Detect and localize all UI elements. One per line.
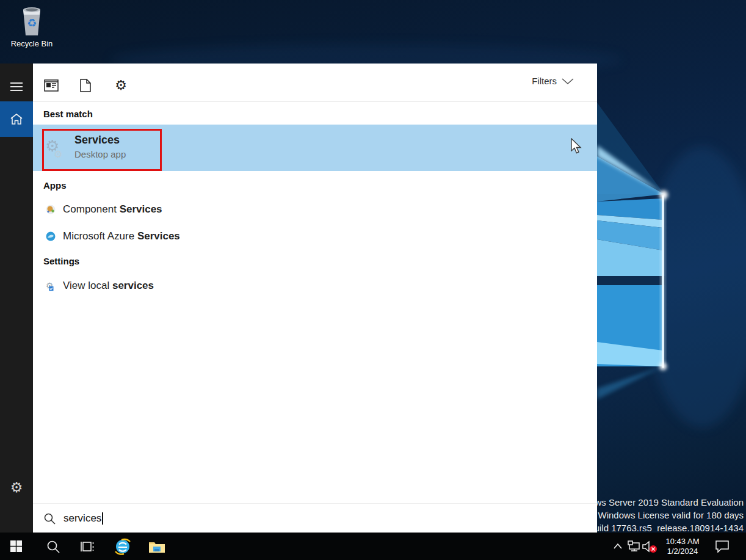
task-view-button[interactable] [74,533,100,560]
search-panel-sidebar: ⚙ [0,64,33,533]
apps-filter-button[interactable] [43,78,59,93]
recycle-bin-shortcut[interactable]: ♻ Recycle Bin [9,5,55,48]
result-label: Component Services [63,203,162,216]
file-explorer-button[interactable] [144,533,170,560]
ethernet-network-icon [628,540,640,552]
best-match-subtitle: Desktop app [74,148,126,161]
result-microsoft-azure-services[interactable]: Microsoft Azure Services [33,224,597,249]
action-center-icon [715,540,730,553]
result-services-best-match[interactable]: ⚙ ⚙ Services Desktop app [33,125,597,171]
task-view-icon [80,540,95,553]
search-panel-content: ⚙ Filters Best match ⚙ [33,64,597,533]
home-icon [10,113,23,125]
start-search-panel: ⚙ [0,64,597,533]
file-explorer-icon [148,540,165,553]
services-gears-icon: ⚙ ⚙ [44,136,66,160]
gear-icon: ⚙ [10,479,23,496]
result-component-services[interactable]: Component Services [33,197,597,222]
result-view-local-services[interactable]: ⚙ View local services [33,273,597,299]
svg-text:⚙: ⚙ [54,149,62,159]
desktop: ♻ Recycle Bin Windows Server 2019 Standa… [0,0,746,560]
settings-header: Settings [43,256,79,266]
tray-network-button[interactable] [626,533,641,560]
filters-label: Filters [532,76,557,86]
sidebar-item-settings[interactable]: ⚙ [0,474,33,501]
clock-time: 10:43 AM [666,537,700,547]
text-caret [102,512,103,525]
recycle-bin-label: Recycle Bin [9,39,55,48]
chevron-down-icon [562,78,574,84]
apps-header: Apps [43,180,67,191]
hamburger-icon [10,82,23,91]
gear-icon: ⚙ [115,78,127,93]
document-icon [80,79,91,92]
tray-volume-button[interactable] [641,533,659,560]
taskbar: 10:43 AM 1/2/2024 [0,533,746,560]
taskbar-search-button[interactable] [40,533,66,560]
apps-filter-icon [44,79,59,92]
windows-logo-icon [10,540,22,552]
internet-explorer-button[interactable] [110,533,136,560]
chevron-up-icon [614,544,622,549]
azure-services-icon [45,231,56,242]
best-match-header: Best match [43,109,93,119]
search-query-text: services [63,512,101,525]
search-filter-bar: ⚙ Filters [33,64,597,102]
best-match-title: Services [74,132,126,148]
sidebar-item-home[interactable] [0,101,33,137]
component-services-icon [45,204,56,215]
tray-clock[interactable]: 10:43 AM 1/2/2024 [661,533,704,560]
search-icon [46,540,60,553]
documents-filter-button[interactable] [78,78,93,93]
best-match-texts: Services Desktop app [74,132,126,161]
tray-show-hidden-icons-button[interactable] [610,533,625,560]
result-label: Microsoft Azure Services [63,230,180,242]
settings-filter-button[interactable]: ⚙ [113,78,129,93]
menu-button[interactable] [0,75,33,99]
volume-muted-icon [642,539,659,554]
search-results: Best match ⚙ ⚙ Services Desktop app Apps [33,102,597,503]
svg-text:♻: ♻ [27,17,37,29]
action-center-button[interactable] [712,533,733,560]
internet-explorer-icon [114,537,132,556]
result-label: View local services [63,280,154,292]
clock-date: 1/2/2024 [667,547,698,556]
start-button[interactable] [0,533,32,560]
local-services-gear-check-icon: ⚙ [45,280,56,291]
recycle-bin-icon: ♻ [18,5,45,37]
search-input[interactable]: services [33,503,597,533]
filters-button[interactable]: Filters [532,76,574,86]
search-icon [43,512,56,525]
